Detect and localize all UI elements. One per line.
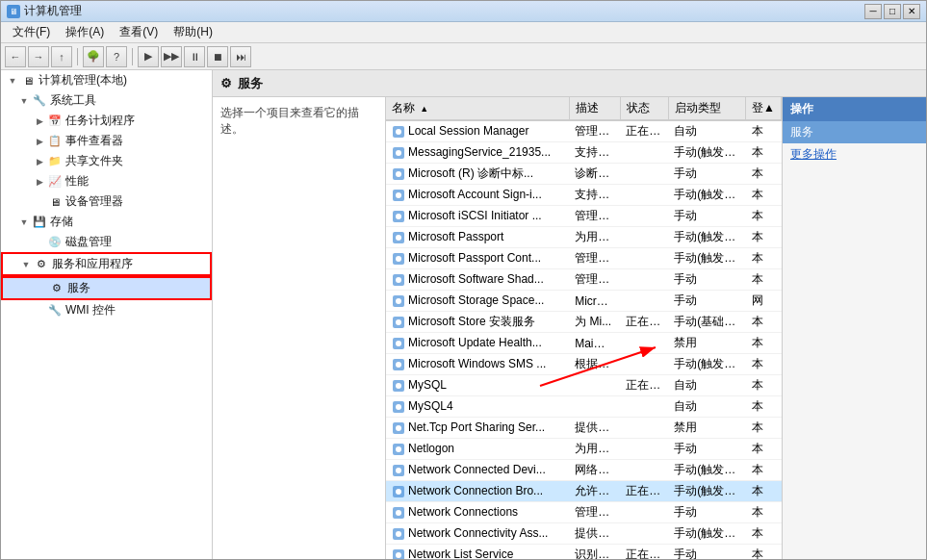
close-button[interactable]: ✕ bbox=[903, 4, 920, 19]
table-row[interactable]: Microsoft Windows SMS ... 根据… 手动(触发… 本 bbox=[386, 354, 782, 375]
tree-root[interactable]: ▼ 🖥 计算机管理(本地) bbox=[1, 70, 212, 90]
table-row[interactable]: Microsoft iSCSI Initiator ... 管理… 手动 本 bbox=[386, 206, 782, 227]
col-header-name[interactable]: 名称 ▲ bbox=[386, 97, 569, 120]
tree-shared-folders[interactable]: ▶ 📁 共享文件夹 bbox=[1, 151, 212, 171]
menu-view[interactable]: 查看(V) bbox=[112, 22, 166, 42]
task-scheduler-icon: 📅 bbox=[47, 114, 63, 129]
table-row[interactable]: Microsoft Store 安装服务 为 Mi... 正在… 手动(基础… … bbox=[386, 312, 782, 333]
col-header-status[interactable]: 状态 bbox=[620, 97, 668, 120]
svg-point-27 bbox=[396, 404, 401, 410]
svg-point-1 bbox=[396, 129, 401, 135]
forward-button[interactable]: → bbox=[28, 46, 49, 67]
restart-button[interactable]: ⏭ bbox=[230, 46, 251, 67]
actions-sub-header[interactable]: 服务 bbox=[783, 121, 926, 143]
tree-services-apps[interactable]: ▼ ⚙ 服务和应用程序 bbox=[1, 252, 212, 276]
service-logon: 网 bbox=[746, 291, 782, 312]
tree-system-tools[interactable]: ▼ 🔧 系统工具 bbox=[1, 90, 212, 111]
service-startup: 手动(触发… bbox=[668, 185, 745, 206]
event-viewer-expand: ▶ bbox=[32, 137, 47, 146]
service-status bbox=[620, 248, 668, 269]
svg-point-5 bbox=[396, 171, 401, 177]
tree-task-scheduler[interactable]: ▶ 📅 任务计划程序 bbox=[1, 111, 212, 131]
actions-more[interactable]: 更多操作 bbox=[783, 143, 926, 165]
tree-services[interactable]: ⚙ 服务 bbox=[1, 276, 212, 300]
service-startup: 自动 bbox=[668, 375, 745, 396]
service-startup: 手动(触发… bbox=[668, 481, 745, 502]
svg-point-21 bbox=[396, 341, 401, 346]
show-hide-tree[interactable]: 🌳 bbox=[83, 46, 104, 67]
table-row[interactable]: Network List Service 识别… 正在… 手动 本 bbox=[386, 545, 782, 560]
main-area: ▼ 🖥 计算机管理(本地) ▼ 🔧 系统工具 ▶ 📅 任务计划程序 ▶ 📋 事件… bbox=[1, 70, 926, 559]
content-header: ⚙ 服务 bbox=[213, 70, 926, 97]
table-row[interactable]: Network Connections 管理… 手动 本 bbox=[386, 502, 782, 523]
table-row[interactable]: Network Connectivity Ass... 提供… 手动(触发… 本 bbox=[386, 523, 782, 545]
up-button[interactable]: ↑ bbox=[51, 46, 72, 67]
table-row[interactable]: Microsoft Software Shad... 管理… 手动 本 bbox=[386, 269, 782, 291]
svg-point-9 bbox=[396, 214, 401, 219]
play-button[interactable]: ▶ bbox=[138, 46, 159, 67]
play-all-button[interactable]: ▶▶ bbox=[161, 46, 182, 67]
tree-event-viewer[interactable]: ▶ 📋 事件查看器 bbox=[1, 131, 212, 151]
system-tools-label: 系统工具 bbox=[50, 92, 96, 109]
service-desc: 管理… bbox=[569, 269, 620, 291]
svg-point-37 bbox=[396, 510, 401, 516]
table-row[interactable]: Network Connected Devi... 网络… 手动(触发… 本 bbox=[386, 460, 782, 481]
service-logon: 本 bbox=[746, 439, 782, 460]
minimize-button[interactable]: ─ bbox=[864, 4, 882, 19]
service-logon: 本 bbox=[746, 248, 782, 269]
service-startup: 手动 bbox=[668, 206, 745, 227]
svg-point-15 bbox=[396, 277, 401, 283]
service-desc: 识别… bbox=[569, 545, 620, 560]
table-row[interactable]: Local Session Manager 管理… 正在… 自动 本 bbox=[386, 120, 782, 142]
table-row[interactable]: Net.Tcp Port Sharing Ser... 提供… 禁用 本 bbox=[386, 418, 782, 439]
actions-header: 操作 bbox=[783, 97, 926, 121]
wmi-icon: 🔧 bbox=[47, 303, 63, 318]
table-row[interactable]: MessagingService_21935... 支持… 手动(触发… 本 bbox=[386, 142, 782, 164]
table-row[interactable]: Netlogon 为用… 手动 本 bbox=[386, 439, 782, 460]
service-startup: 禁用 bbox=[668, 333, 745, 354]
service-status: 正在… bbox=[620, 312, 668, 333]
window-title: 计算机管理 bbox=[24, 3, 864, 19]
table-row[interactable]: Microsoft Update Health... Mai… 禁用 本 bbox=[386, 333, 782, 354]
service-logon: 本 bbox=[746, 227, 782, 248]
service-name: Microsoft iSCSI Initiator ... bbox=[386, 206, 569, 227]
tree-performance[interactable]: ▶ 📈 性能 bbox=[1, 171, 212, 191]
table-row[interactable]: Microsoft Account Sign-i... 支持… 手动(触发… 本 bbox=[386, 185, 782, 206]
desc-text: 选择一个项目来查看它的描述。 bbox=[220, 106, 359, 136]
tree-device-manager[interactable]: 🖥 设备管理器 bbox=[1, 191, 212, 212]
services-list[interactable]: 名称 ▲ 描述 状态 启动类型 登▲ Loca bbox=[386, 97, 782, 559]
table-row[interactable]: MySQL4 自动 本 bbox=[386, 396, 782, 418]
title-bar: 🖥 计算机管理 ─ □ ✕ bbox=[1, 1, 926, 22]
table-row[interactable]: Microsoft (R) 诊断中标... 诊断… 手动 本 bbox=[386, 164, 782, 185]
tree-wmi[interactable]: 🔧 WMI 控件 bbox=[1, 300, 212, 320]
service-desc: 管理… bbox=[569, 206, 620, 227]
col-header-startup[interactable]: 启动类型 bbox=[668, 97, 745, 120]
table-row[interactable]: MySQL 正在… 自动 本 bbox=[386, 375, 782, 396]
tree-storage[interactable]: ▼ 💾 存储 bbox=[1, 212, 212, 232]
tree-disk-mgmt[interactable]: 💿 磁盘管理 bbox=[1, 232, 212, 252]
col-header-logon[interactable]: 登▲ bbox=[746, 97, 782, 120]
service-name: Microsoft Update Health... bbox=[386, 333, 569, 354]
storage-expand: ▼ bbox=[16, 217, 32, 227]
service-startup: 手动 bbox=[668, 502, 745, 523]
stop-button[interactable]: ⏹ bbox=[207, 46, 228, 67]
header-icon: ⚙ bbox=[220, 76, 232, 90]
pause-button[interactable]: ⏸ bbox=[184, 46, 205, 67]
table-header: 名称 ▲ 描述 状态 启动类型 登▲ bbox=[386, 97, 782, 120]
table-row[interactable]: Microsoft Passport Cont... 管理… 手动(触发… 本 bbox=[386, 248, 782, 269]
table-row[interactable]: Microsoft Passport 为用… 手动(触发… 本 bbox=[386, 227, 782, 248]
shared-label: 共享文件夹 bbox=[65, 153, 123, 169]
table-row[interactable]: Network Connection Bro... 允许… 正在… 手动(触发…… bbox=[386, 481, 782, 502]
service-name: Microsoft (R) 诊断中标... bbox=[386, 164, 569, 185]
back-button[interactable]: ← bbox=[5, 46, 26, 67]
menu-help[interactable]: 帮助(H) bbox=[166, 22, 220, 42]
actions-pane: 操作 服务 更多操作 bbox=[782, 97, 926, 559]
col-header-desc[interactable]: 描述 bbox=[569, 97, 620, 120]
service-desc: Micr… bbox=[569, 291, 620, 312]
menu-action[interactable]: 操作(A) bbox=[58, 22, 112, 42]
services-apps-icon: ⚙ bbox=[34, 257, 49, 272]
help-button[interactable]: ? bbox=[106, 46, 127, 67]
table-row[interactable]: Microsoft Storage Space... Micr… 手动 网 bbox=[386, 291, 782, 312]
maximize-button[interactable]: □ bbox=[884, 4, 901, 19]
menu-file[interactable]: 文件(F) bbox=[5, 22, 58, 42]
